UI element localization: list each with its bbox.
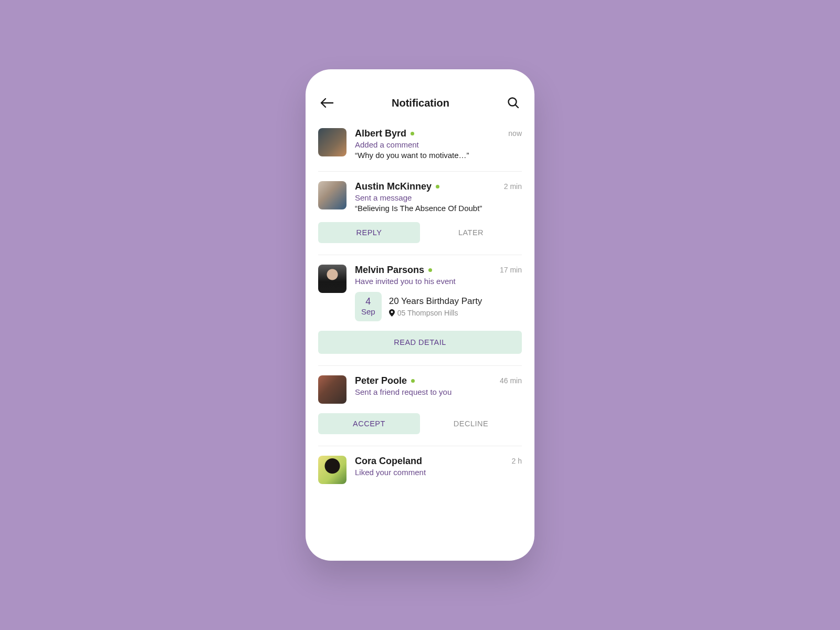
avatar[interactable] xyxy=(318,375,346,404)
quote-text: “Believing Is The Absence Of Doubt” xyxy=(355,204,522,213)
avatar[interactable] xyxy=(318,456,346,484)
action-text: Sent a message xyxy=(355,193,522,202)
action-text: Sent a friend request to you xyxy=(355,387,522,396)
action-text: Liked your comment xyxy=(355,468,522,477)
action-text: Added a comment xyxy=(355,140,522,149)
event-location: 05 Thompson Hills xyxy=(389,309,482,317)
arrow-left-icon xyxy=(320,98,334,108)
event-month: Sep xyxy=(361,307,375,316)
timestamp: now xyxy=(508,128,522,138)
action-text: Have invited you to his event xyxy=(355,277,522,286)
notification-item[interactable]: Austin McKinney 2 min Sent a message “Be… xyxy=(318,172,522,255)
page-title: Notification xyxy=(392,97,449,109)
avatar[interactable] xyxy=(318,181,346,209)
event-title: 20 Years Birthday Party xyxy=(389,296,482,307)
user-name: Austin McKinney xyxy=(355,181,432,192)
accept-button[interactable]: ACCEPT xyxy=(318,413,420,434)
phone-frame: Notification Albert Byrd now Added a com… xyxy=(306,69,534,561)
notification-item[interactable]: Cora Copeland 2 h Liked your comment xyxy=(318,446,522,496)
timestamp: 46 min xyxy=(500,375,522,385)
timestamp: 17 min xyxy=(500,265,522,274)
notification-item[interactable]: Peter Poole 46 min Sent a friend request… xyxy=(318,366,522,446)
read-detail-button[interactable]: READ DETAIL xyxy=(318,331,522,354)
notification-list: Albert Byrd now Added a comment “Why do … xyxy=(306,119,534,496)
user-name: Cora Copeland xyxy=(355,456,422,467)
event-date: 4 Sep xyxy=(355,292,382,321)
online-indicator xyxy=(411,132,414,135)
online-indicator xyxy=(411,379,415,383)
header: Notification xyxy=(306,88,534,119)
event-day: 4 xyxy=(361,296,375,307)
notification-item[interactable]: Melvin Parsons 17 min Have invited you t… xyxy=(318,255,522,366)
back-button[interactable] xyxy=(320,98,334,108)
online-indicator xyxy=(436,185,439,188)
later-button[interactable]: LATER xyxy=(420,222,522,243)
user-name: Melvin Parsons xyxy=(355,265,424,276)
location-pin-icon xyxy=(389,309,395,317)
notification-item[interactable]: Albert Byrd now Added a comment “Why do … xyxy=(318,119,522,172)
timestamp: 2 h xyxy=(512,456,522,465)
quote-text: “Why do you want to motivate…” xyxy=(355,151,522,160)
user-name: Peter Poole xyxy=(355,375,407,386)
reply-button[interactable]: REPLY xyxy=(318,222,420,243)
timestamp: 2 min xyxy=(504,181,522,191)
search-button[interactable] xyxy=(507,97,520,109)
event-card[interactable]: 4 Sep 20 Years Birthday Party 05 Thompso… xyxy=(355,292,522,321)
online-indicator xyxy=(428,268,432,272)
decline-button[interactable]: DECLINE xyxy=(420,413,522,434)
avatar[interactable] xyxy=(318,128,346,156)
user-name: Albert Byrd xyxy=(355,128,406,139)
search-icon xyxy=(507,97,520,109)
avatar[interactable] xyxy=(318,265,346,293)
